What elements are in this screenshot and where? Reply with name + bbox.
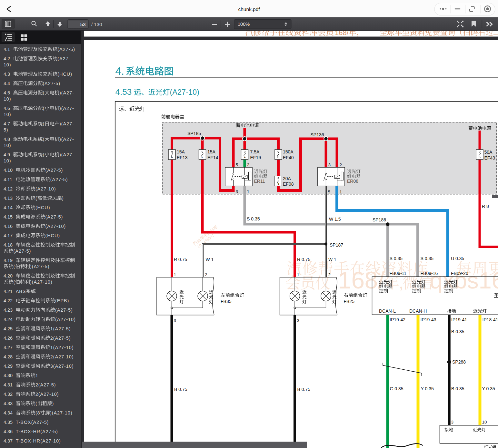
svg-text:4.17: 4.17: [4, 233, 13, 238]
svg-text:4.3: 4.3: [4, 72, 10, 77]
svg-text:EF08: EF08: [283, 181, 294, 187]
svg-text:chunk.pdf: chunk.pdf: [238, 6, 260, 12]
svg-text:IP19-42: IP19-42: [390, 317, 405, 322]
svg-text:(A27-5): (A27-5): [50, 177, 68, 182]
svg-text:4.37: 4.37: [4, 438, 13, 443]
svg-text:2(A27-10): 2(A27-10): [50, 354, 74, 359]
svg-text:SP185: SP185: [187, 131, 201, 136]
svg-text:1: 1: [340, 190, 342, 194]
svg-text:S 0.35: S 0.35: [390, 256, 403, 261]
svg-text:)(A27-5): )(A27-5): [30, 264, 49, 269]
svg-text:B 0.75: B 0.75: [174, 387, 187, 392]
svg-text:(: (: [43, 152, 45, 157]
svg-text:(A27-10): (A27-10): [170, 88, 199, 96]
svg-text:)(A27-: )(A27-: [59, 121, 74, 126]
svg-text:3: 3: [328, 162, 331, 167]
svg-text:)(A27-: )(A27-: [59, 90, 74, 95]
svg-text:(: (: [14, 264, 15, 269]
svg-text:EF43: EF43: [484, 155, 495, 161]
svg-text:4.10: 4.10: [4, 168, 13, 173]
svg-text:EF19: EF19: [250, 155, 261, 160]
svg-text:T-BOX-HR(A27-5): T-BOX-HR(A27-5): [16, 429, 58, 434]
svg-text:Y 0.35: Y 0.35: [482, 386, 495, 391]
svg-text:3: 3: [174, 318, 176, 323]
svg-text:)(A27-10): )(A27-10): [30, 279, 52, 285]
svg-text:IP19-43: IP19-43: [421, 317, 436, 322]
svg-text:1: 1: [174, 272, 176, 277]
svg-text:5): 5): [4, 127, 8, 132]
svg-text:(: (: [35, 196, 37, 201]
svg-text:B 0.35: B 0.35: [451, 329, 464, 334]
svg-text:3: 3: [451, 420, 454, 424]
svg-text:4.25: 4.25: [4, 326, 13, 331]
svg-text:Y 0.35: Y 0.35: [421, 386, 434, 391]
svg-text:T-BOX(A27-5): T-BOX(A27-5): [16, 420, 49, 425]
svg-text:(: (: [14, 279, 15, 285]
svg-text:4.22: 4.22: [4, 298, 13, 303]
svg-text:ABS: ABS: [16, 289, 26, 294]
svg-text:SP288: SP288: [452, 359, 466, 365]
svg-text:2: 2: [247, 162, 250, 167]
svg-text:(HCU): (HCU): [45, 233, 60, 238]
svg-text:4.24: 4.24: [4, 317, 13, 322]
svg-text:ER11: ER11: [254, 179, 265, 184]
svg-text:10): 10): [4, 112, 11, 117]
svg-text:(A27-5): (A27-5): [43, 81, 60, 86]
svg-text:4.36: 4.36: [4, 429, 13, 434]
svg-text:(: (: [43, 121, 45, 126]
svg-text:W 1: W 1: [328, 257, 336, 262]
svg-text:7.5A: 7.5A: [250, 149, 260, 154]
svg-text:(A27-10): (A27-10): [45, 224, 66, 229]
svg-text:1: 1: [35, 373, 38, 378]
svg-text:(EPB): (EPB): [55, 298, 69, 303]
svg-text:168/: 168/: [338, 267, 384, 294]
svg-text:4.34: 4.34: [4, 410, 13, 415]
svg-text:4.35: 4.35: [4, 420, 13, 425]
svg-text:)(A27-: )(A27-: [59, 137, 74, 142]
svg-text:W 1: W 1: [206, 257, 214, 262]
svg-text:2: 2: [340, 162, 342, 167]
svg-text:SP136: SP136: [311, 132, 324, 137]
svg-text:4.19: 4.19: [4, 258, 13, 263]
svg-text:FB09-11: FB09-11: [390, 271, 407, 276]
svg-text:FB25: FB25: [344, 299, 355, 304]
svg-text:4.23: 4.23: [4, 307, 13, 313]
svg-text:50A: 50A: [484, 150, 493, 155]
svg-text:G 0.35: G 0.35: [390, 386, 403, 391]
svg-text:FB35: FB35: [221, 299, 232, 304]
svg-text:(A27-10): (A27-10): [35, 186, 56, 191]
svg-text:4.1: 4.1: [4, 47, 10, 52]
svg-text:15A: 15A: [177, 149, 185, 154]
svg-text:ER08: ER08: [347, 179, 358, 184]
svg-text:DCAN-H: DCAN-H: [409, 308, 427, 314]
svg-text:): ): [52, 401, 54, 406]
svg-text:4.28: 4.28: [4, 354, 13, 359]
svg-text:4.5: 4.5: [4, 90, 10, 95]
svg-text:4.31: 4.31: [4, 382, 13, 387]
svg-text:(A27-5): (A27-5): [14, 248, 31, 254]
svg-text:4.32: 4.32: [4, 392, 13, 397]
svg-text:1: 1: [247, 189, 250, 194]
svg-text:3: 3: [297, 318, 300, 323]
svg-text:(HCU): (HCU): [57, 72, 72, 77]
svg-text:4.4: 4.4: [4, 81, 10, 86]
svg-text:4.33: 4.33: [4, 401, 13, 406]
svg-text:4.2: 4.2: [4, 56, 10, 61]
svg-text:4.16: 4.16: [4, 224, 13, 229]
svg-text:U 0.35: U 0.35: [451, 256, 464, 261]
svg-text:15A: 15A: [207, 149, 216, 154]
svg-text:4.14: 4.14: [4, 205, 13, 210]
svg-text:(A27-: (A27-: [57, 56, 70, 61]
svg-text:(A27-5): (A27-5): [45, 168, 63, 173]
svg-text:4.: 4.: [115, 65, 124, 77]
svg-text:4.20: 4.20: [4, 273, 13, 278]
svg-text:20A: 20A: [283, 176, 291, 181]
svg-text:4.29: 4.29: [4, 364, 13, 369]
svg-text:): ): [62, 196, 64, 201]
svg-text:4.15: 4.15: [4, 214, 13, 219]
svg-text:FB09-16: FB09-16: [421, 271, 438, 276]
svg-text:5: 5: [328, 190, 331, 194]
svg-text:(HCU): (HCU): [35, 205, 50, 210]
svg-text:2: 2: [205, 272, 207, 277]
svg-text:4.53: 4.53: [115, 87, 132, 97]
